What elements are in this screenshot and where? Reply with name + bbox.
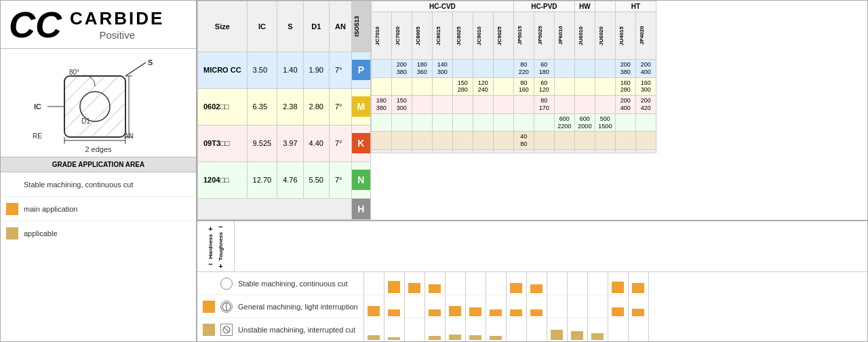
- grade-cell-s-jc7020: [391, 132, 412, 150]
- grade-cell-m-jp6010: [554, 77, 574, 96]
- grade-cell-s-ju4015: [615, 132, 635, 150]
- grade-cell-m-jp5015: 80 160: [513, 77, 534, 96]
- bar-cell-0: [364, 272, 384, 295]
- app-labels-column: Stable machining, continuous cut General…: [197, 272, 364, 341]
- bar-col-jc7010: [364, 272, 384, 341]
- grade-cell-k-jp4020: 200 420: [635, 96, 656, 114]
- bar-cell-0: [425, 272, 445, 295]
- grade-cell-p-jc9010: [473, 60, 493, 78]
- left-panel: CC CARBIDE Positive S IC: [1, 1, 197, 341]
- app-row-3-label-area: Unstable machining, interrupted cut: [197, 318, 363, 341]
- grade-cell-m-jc9010: 120 240: [473, 77, 493, 96]
- size-name: 1204□□: [198, 162, 248, 198]
- bar-visual: [469, 307, 481, 316]
- app-row-2-label-area: General machining, light interruption: [197, 295, 363, 318]
- svg-line-20: [78, 90, 125, 137]
- app-row-3-label: Unstable machining, interrupted cut: [238, 326, 361, 334]
- grade-cell-h-jc8015: [432, 149, 452, 153]
- bar-cell-0: [588, 272, 608, 295]
- grade-cell-s-jc8005: [412, 132, 432, 150]
- main-app-label: main application: [24, 205, 78, 213]
- bar-visual: [449, 306, 461, 316]
- bar-cell-1: [547, 295, 567, 318]
- grade-cell-s-jc9010: [473, 132, 493, 150]
- ic-col-header: IC: [247, 1, 277, 52]
- app-header-row: + Hardness − − Toughness +: [197, 221, 867, 272]
- grade-cell-h-ju6020: [595, 149, 615, 153]
- grade-cell-p-jc7010: [371, 60, 391, 78]
- grade-row-n: 600 2200600 2000500 1500: [371, 113, 656, 132]
- bar-col-jp6010: [547, 272, 568, 341]
- mat-cell-p: P: [351, 52, 370, 89]
- size-d1: 1.90: [303, 52, 329, 89]
- grade-cell-n-jp5015: [513, 113, 534, 132]
- grade-cell-s-jc8015: [432, 132, 452, 150]
- svg-line-18: [64, 76, 105, 117]
- grade-header-ju6020: JU6020: [595, 12, 615, 60]
- bar-visual: [551, 330, 563, 340]
- grade-header-jp6010: JP6010: [554, 12, 574, 60]
- legend-row-applicable: applicable: [1, 221, 196, 246]
- bar-cell-2: [364, 318, 384, 341]
- grade-cell-m-jc8025: 150 280: [452, 77, 473, 96]
- bar-visual: [612, 282, 624, 293]
- svg-line-19: [64, 76, 119, 130]
- bar-visual: [368, 335, 380, 340]
- grade-cell-s-jc7010: [371, 132, 391, 150]
- grade-cell-p-jc8025: [452, 60, 473, 78]
- legend-row-main: main application: [1, 197, 196, 221]
- svg-line-22: [105, 117, 125, 137]
- bar-col-jp4020: [629, 272, 649, 341]
- svg-text:80°: 80°: [69, 69, 79, 76]
- grade-cell-h-ju4015: [615, 149, 635, 153]
- size-header-row: Size IC S D1 AN ISO513: [198, 1, 371, 52]
- grade-cell-h-jc8025: [452, 149, 473, 153]
- iso-col-header: ISO513: [351, 1, 370, 52]
- grade-row-p: 200 380180 360140 30080 22060 180200 380…: [371, 60, 656, 78]
- grade-header-row: JC7010JC7020JC8005JC8015JC8025JC9010JC90…: [371, 12, 656, 60]
- bar-visual: [612, 307, 624, 316]
- grade-cell-k-jc7020: 150 300: [391, 96, 412, 114]
- grade-cell-p-jp4020: 200 400: [635, 60, 656, 78]
- page: CC CARBIDE Positive S IC: [0, 0, 868, 342]
- size-an: 7°: [329, 52, 351, 89]
- grade-columns-area: HC-CVD HC-PVD HW HT JC7010JC7020JC8005JC…: [371, 1, 867, 220]
- bar-cell-2: [629, 318, 648, 341]
- bar-col-jc8025: [446, 272, 466, 341]
- bar-visual: [408, 283, 420, 293]
- bar-cell-2: [547, 318, 567, 341]
- grade-cell-n-jc7010: [371, 113, 391, 132]
- main-app-color-box: [6, 203, 18, 215]
- bar-cell-1: [527, 295, 547, 318]
- grade-cell-n-jc9025: [493, 113, 513, 132]
- hc-cvd-header: HC-CVD: [371, 1, 513, 12]
- grade-header-jc8025: JC8025: [452, 12, 473, 60]
- grade-cell-n-ju6020: 500 1500: [595, 113, 615, 132]
- size-row-m: 0602□□ 6.35 2.38 2.80 7° M: [198, 88, 371, 125]
- bar-visual: [530, 309, 542, 316]
- grade-header-jp5025: JP5025: [534, 12, 554, 60]
- bar-cell-1: [364, 295, 384, 318]
- bar-cell-2: [527, 318, 547, 341]
- grade-header-ju6010: JU6010: [574, 12, 595, 60]
- bar-col-jc9025: [486, 272, 507, 341]
- bar-col-jp5025: [527, 272, 547, 341]
- bar-col-jc9010: [466, 272, 486, 341]
- insert-diagram: S IC D1 AN RE 80°: [27, 56, 170, 144]
- grade-cell-h-jp5025: [534, 149, 554, 153]
- bar-cell-1: [384, 295, 404, 318]
- grade-cell-k-ju4015: 200 400: [615, 96, 635, 114]
- bar-cell-1: [608, 295, 628, 318]
- bar-cell-0: [527, 272, 547, 295]
- grade-cell-s-jp5015: 40 80: [513, 132, 534, 150]
- svg-text:D1: D1: [81, 117, 90, 125]
- grade-cell-h-jp4020: [635, 149, 656, 153]
- bar-visual: [530, 284, 542, 293]
- size-name: MICRO CC: [198, 52, 248, 89]
- bar-charts-area: [364, 272, 867, 341]
- grade-cell-k-jc9025: [493, 96, 513, 114]
- cc-logo: CC: [9, 6, 63, 43]
- size-ic: 3.50: [247, 52, 277, 89]
- grade-row-h: [371, 149, 656, 153]
- grade-cell-s-jc9025: [493, 132, 513, 150]
